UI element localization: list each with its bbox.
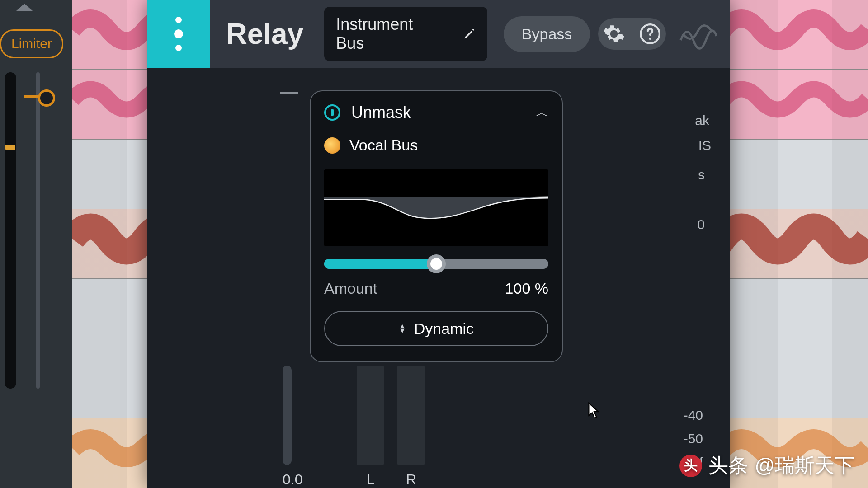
mode-label: Dynamic xyxy=(414,320,474,338)
meter-right: R xyxy=(397,366,425,488)
limiter-button[interactable]: Limiter xyxy=(0,29,63,58)
plugin-name: Relay xyxy=(226,17,303,51)
left-fader-track xyxy=(36,72,40,389)
watermark: 头 头条 @瑞斯天下 xyxy=(679,452,854,479)
watermark-prefix: 头条 xyxy=(708,452,748,479)
chevron-up-icon[interactable]: ︿ xyxy=(536,104,548,121)
gain-fader[interactable]: 0.0 xyxy=(283,366,302,488)
collapse-up-icon[interactable] xyxy=(16,4,33,11)
amount-value: 100 % xyxy=(505,280,548,297)
plugin-body: ak IS s 0 0.0 L R -40 -50 -Inf xyxy=(147,68,730,488)
gain-value: 0.0 xyxy=(283,471,302,488)
power-icon[interactable] xyxy=(324,104,340,121)
svg-point-1 xyxy=(649,38,651,40)
updown-icon: ▲▼ xyxy=(399,324,406,333)
rms-label-partial: IS xyxy=(698,138,711,153)
preset-name: Instrument Bus xyxy=(336,15,436,53)
output-meters: L R xyxy=(357,366,425,488)
watermark-logo-icon: 头 xyxy=(679,455,702,477)
meter-peak-marker xyxy=(5,145,15,150)
eq-curve-graph[interactable] xyxy=(324,169,548,246)
source-selector[interactable]: Vocal Bus xyxy=(324,136,548,154)
scale-partial: 0 xyxy=(697,217,705,232)
preset-selector[interactable]: Instrument Bus xyxy=(324,7,487,61)
bypass-button[interactable]: Bypass xyxy=(504,16,590,52)
unmask-panel: Unmask ︿ Vocal Bus Amount 100 % xyxy=(310,90,563,362)
plugin-logo-icon[interactable] xyxy=(147,0,210,68)
panel-title: Unmask xyxy=(351,103,525,122)
output-section: 0.0 L R xyxy=(283,366,425,488)
scale-tick: -40 xyxy=(684,408,703,423)
slider-thumb[interactable] xyxy=(427,254,446,273)
help-icon[interactable] xyxy=(639,23,661,45)
amount-label: Amount xyxy=(324,280,377,297)
amount-slider[interactable] xyxy=(324,259,548,269)
left-meter xyxy=(5,72,16,389)
scale-partial: s xyxy=(698,167,705,183)
daw-sidebar: Limiter xyxy=(0,0,72,488)
plugin-titlebar: Relay Instrument Bus Bypass xyxy=(147,0,730,68)
panel-header[interactable]: Unmask ︿ xyxy=(324,103,548,122)
slider-fill xyxy=(324,259,436,269)
source-label: Vocal Bus xyxy=(349,136,418,154)
plugin-window: Relay Instrument Bus Bypass ak IS s 0 0.… xyxy=(147,0,730,488)
tick-mark xyxy=(280,92,298,94)
left-fader-handle[interactable] xyxy=(24,95,51,98)
scale-tick: -50 xyxy=(684,431,703,446)
edit-icon[interactable] xyxy=(463,27,475,41)
gear-icon[interactable] xyxy=(603,23,625,45)
signature-icon xyxy=(679,18,717,50)
peak-label-partial: ak xyxy=(695,113,709,128)
mode-button[interactable]: ▲▼ Dynamic xyxy=(324,311,548,346)
meter-left: L xyxy=(357,366,384,488)
source-icon xyxy=(324,137,340,154)
settings-help-group xyxy=(598,18,666,50)
watermark-handle: @瑞斯天下 xyxy=(755,452,854,479)
